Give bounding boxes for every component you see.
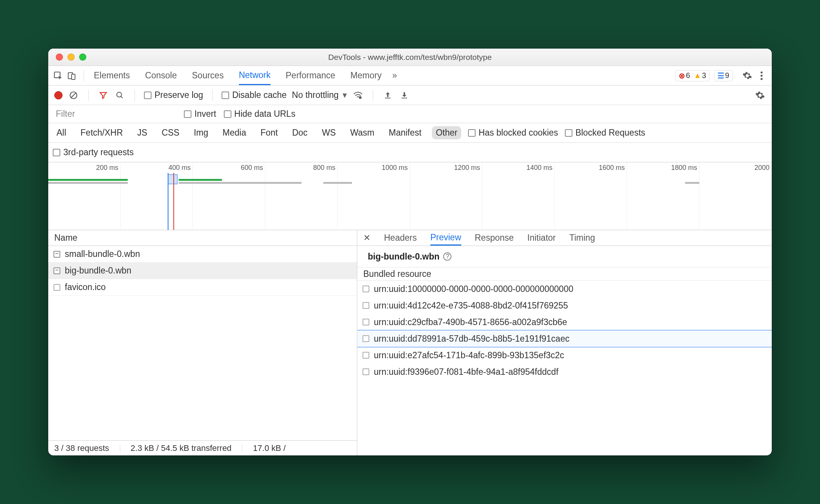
tab-console[interactable]: Console bbox=[145, 66, 177, 85]
type-js[interactable]: JS bbox=[133, 126, 151, 139]
type-media[interactable]: Media bbox=[219, 126, 250, 139]
detail-tab-headers[interactable]: Headers bbox=[384, 230, 417, 246]
hide-data-urls-checkbox[interactable]: Hide data URLs bbox=[224, 109, 295, 119]
tab-elements[interactable]: Elements bbox=[94, 66, 130, 85]
type-all[interactable]: All bbox=[53, 126, 70, 139]
has-blocked-cookies-checkbox[interactable]: Has blocked cookies bbox=[468, 128, 558, 138]
file-icon bbox=[54, 284, 60, 291]
tab-sources[interactable]: Sources bbox=[192, 66, 223, 85]
third-party-checkbox[interactable]: 3rd-party requests bbox=[53, 147, 134, 157]
tab-memory[interactable]: Memory bbox=[350, 66, 382, 85]
name-column-header[interactable]: Name bbox=[48, 230, 357, 246]
blocked-requests-checkbox[interactable]: Blocked Requests bbox=[565, 128, 645, 138]
bundled-resource-row[interactable]: urn:uuid:10000000-0000-0000-0000-0000000… bbox=[357, 281, 772, 297]
svg-point-5 bbox=[760, 78, 762, 79]
filter-input[interactable]: Filter bbox=[52, 108, 176, 120]
inspect-element-icon[interactable] bbox=[53, 70, 63, 81]
request-row[interactable]: favicon.ico bbox=[48, 279, 357, 296]
type-filter-row: AllFetch/XHRJSCSSImgMediaFontDocWSWasmMa… bbox=[48, 123, 772, 143]
file-icon bbox=[363, 335, 369, 342]
messages-count: 9 bbox=[725, 71, 729, 80]
request-detail-pane: ✕ HeadersPreviewResponseInitiatorTiming … bbox=[357, 230, 772, 455]
messages-badge[interactable]: ☰ 9 bbox=[714, 70, 733, 81]
bundled-resource-row[interactable]: urn:uuid:f9396e07-f081-4bfe-94a1-a8f954f… bbox=[357, 363, 772, 380]
type-fetch-xhr[interactable]: Fetch/XHR bbox=[77, 126, 127, 139]
console-counters[interactable]: ⊗ 6 ▲ 3 ☰ 9 bbox=[675, 70, 733, 81]
device-toolbar-icon[interactable] bbox=[66, 70, 77, 81]
network-conditions-icon[interactable] bbox=[352, 90, 364, 101]
timeline-tick: 600 ms bbox=[241, 164, 263, 172]
close-detail-icon[interactable]: ✕ bbox=[363, 233, 370, 243]
filter-row: Filter Invert Hide data URLs bbox=[48, 105, 772, 123]
request-name: small-bundle-0.wbn bbox=[65, 249, 140, 259]
timeline-tick: 1800 ms bbox=[671, 164, 697, 172]
network-settings-icon[interactable] bbox=[754, 90, 766, 101]
main-tabs-row: ElementsConsoleSourcesNetworkPerformance… bbox=[48, 66, 772, 86]
timeline-tick: 800 ms bbox=[313, 164, 335, 172]
resource-urn: urn:uuid:4d12c42e-e735-4088-8bd2-0f415f7… bbox=[374, 301, 568, 311]
chevron-down-icon: ▾ bbox=[343, 90, 347, 100]
detail-tab-initiator[interactable]: Initiator bbox=[527, 230, 555, 246]
record-button[interactable] bbox=[54, 91, 63, 99]
close-window-button[interactable] bbox=[56, 53, 63, 61]
file-icon bbox=[363, 368, 369, 375]
help-icon[interactable]: ? bbox=[443, 252, 451, 261]
request-name: big-bundle-0.wbn bbox=[65, 266, 131, 276]
type-font[interactable]: Font bbox=[257, 126, 281, 139]
file-icon bbox=[363, 302, 369, 309]
upload-har-icon[interactable] bbox=[382, 90, 393, 101]
error-count-badge[interactable]: ⊗ 6 ▲ 3 bbox=[675, 70, 710, 81]
filter-toggle-icon[interactable] bbox=[98, 90, 109, 101]
bundled-resource-row[interactable]: urn:uuid:4d12c42e-e735-4088-8bd2-0f415f7… bbox=[357, 297, 772, 314]
svg-point-3 bbox=[760, 71, 762, 73]
resource-urn: urn:uuid:e27afc54-171b-4afc-899b-93b135e… bbox=[374, 350, 564, 360]
resource-urn: urn:uuid:f9396e07-f081-4bfe-94a1-a8f954f… bbox=[374, 367, 558, 377]
type-img[interactable]: Img bbox=[190, 126, 212, 139]
disable-cache-checkbox[interactable]: Disable cache bbox=[222, 90, 286, 100]
type-wasm[interactable]: Wasm bbox=[346, 126, 378, 139]
type-manifest[interactable]: Manifest bbox=[385, 126, 425, 139]
request-row[interactable]: big-bundle-0.wbn bbox=[48, 263, 357, 279]
error-count: 6 bbox=[686, 71, 690, 80]
file-icon bbox=[363, 352, 369, 359]
warning-icon: ▲ bbox=[694, 71, 701, 80]
detail-tab-timing[interactable]: Timing bbox=[569, 230, 595, 246]
svg-line-9 bbox=[121, 96, 123, 98]
warning-count: 3 bbox=[702, 71, 706, 80]
fullscreen-window-button[interactable] bbox=[79, 53, 86, 61]
minimize-window-button[interactable] bbox=[67, 53, 75, 61]
timeline-tick: 200 ms bbox=[96, 164, 118, 172]
bundled-resource-row[interactable]: urn:uuid:e27afc54-171b-4afc-899b-93b135e… bbox=[357, 347, 772, 363]
detail-tab-response[interactable]: Response bbox=[475, 230, 514, 246]
mac-titlebar: DevTools - www.jefftk.com/test/wbn9/prot… bbox=[48, 49, 772, 66]
svg-point-8 bbox=[117, 92, 122, 97]
more-menu-icon[interactable] bbox=[756, 70, 767, 81]
type-css[interactable]: CSS bbox=[158, 126, 183, 139]
preview-title-row: big-bundle-0.wbn ? bbox=[357, 246, 772, 267]
tab-performance[interactable]: Performance bbox=[286, 66, 335, 85]
type-doc[interactable]: Doc bbox=[288, 126, 311, 139]
messages-icon: ☰ bbox=[718, 71, 724, 80]
clear-icon[interactable] bbox=[68, 90, 79, 101]
tab-network[interactable]: Network bbox=[239, 66, 271, 85]
status-requests: 3 / 38 requests bbox=[54, 443, 109, 453]
request-row[interactable]: small-bundle-0.wbn bbox=[48, 246, 357, 263]
search-icon[interactable] bbox=[114, 90, 125, 101]
window-title: DevTools - www.jefftk.com/test/wbn9/prot… bbox=[48, 53, 772, 62]
tabs-overflow-button[interactable]: » bbox=[392, 66, 397, 85]
preserve-log-checkbox[interactable]: Preserve log bbox=[144, 90, 203, 100]
type-ws[interactable]: WS bbox=[318, 126, 340, 139]
svg-rect-12 bbox=[401, 98, 407, 98]
invert-checkbox[interactable]: Invert bbox=[184, 109, 216, 119]
network-overview[interactable]: 200 ms400 ms600 ms800 ms1000 ms1200 ms14… bbox=[48, 162, 772, 230]
type-other[interactable]: Other bbox=[432, 126, 461, 139]
timeline-tick: 400 ms bbox=[168, 164, 191, 172]
download-har-icon[interactable] bbox=[399, 90, 410, 101]
detail-tab-preview[interactable]: Preview bbox=[430, 230, 461, 246]
bundled-resource-row[interactable]: urn:uuid:dd78991a-57db-459c-b8b5-1e191f9… bbox=[357, 330, 772, 347]
status-resources: 17.0 kB / bbox=[253, 443, 286, 453]
settings-icon[interactable] bbox=[742, 70, 753, 81]
bundled-resource-row[interactable]: urn:uuid:c29cfba7-490b-4571-8656-a002a9f… bbox=[357, 314, 772, 330]
timeline-tick: 1600 ms bbox=[599, 164, 625, 172]
throttling-select[interactable]: No throttling ▾ bbox=[292, 90, 347, 100]
